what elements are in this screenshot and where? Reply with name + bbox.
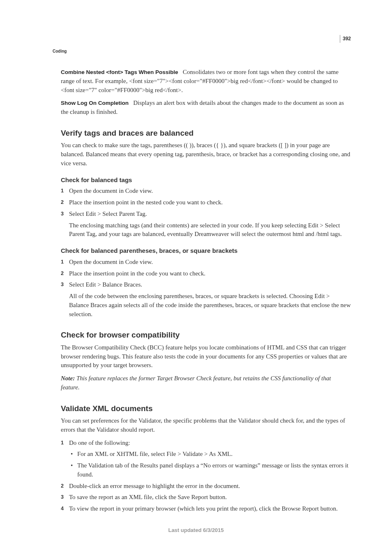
verify-braces-heading: Check for balanced parentheses, braces, … xyxy=(61,246,351,255)
step-number: 1 xyxy=(61,439,64,446)
step-number: 3 xyxy=(61,210,64,217)
verify-body: You can check to make sure the tags, par… xyxy=(61,141,351,168)
list-item: 1Do one of the following: For an XML or … xyxy=(61,439,351,479)
list-item: For an XML or XHTML file, select File > … xyxy=(69,450,351,459)
page: Coding 392 Combine Nested <font> Tags Wh… xyxy=(0,0,392,555)
list-item: 3To save the report as an XML file, clic… xyxy=(61,493,351,502)
combine-title: Combine Nested <font> Tags When Possible xyxy=(61,69,178,75)
compat-heading: Check for browser compatibility xyxy=(61,329,351,341)
step-text: Open the document in Code view. xyxy=(69,259,153,265)
list-item: 2Double-click an error message to highli… xyxy=(61,482,351,491)
note-label: Note: xyxy=(61,375,75,382)
step-number: 1 xyxy=(61,258,64,266)
showlog-paragraph: Show Log On Completion Displays an alert… xyxy=(61,99,351,117)
verify-braces-after: All of the code between the enclosing pa… xyxy=(69,292,351,319)
step-text: To save the report as an XML file, click… xyxy=(69,494,227,500)
step-text: To view the report in your primary brows… xyxy=(69,505,338,512)
verify-heading: Verify tags and braces are balanced xyxy=(61,127,351,139)
showlog-title: Show Log On Completion xyxy=(61,100,129,106)
bullet-text: For an XML or XHTML file, select File > … xyxy=(77,451,233,457)
validate-steps: 1Do one of the following: For an XML or … xyxy=(61,439,351,513)
step-text: Place the insertion point in the nested … xyxy=(69,199,223,206)
step-text: Double-click an error message to highlig… xyxy=(69,483,240,489)
list-item: 1Open the document in Code view. xyxy=(61,258,351,267)
validate-body: You can set preferences for the Validato… xyxy=(61,416,351,435)
list-item: The Validation tab of the Results panel … xyxy=(69,461,351,479)
step-text: Do one of the following: xyxy=(69,439,130,446)
verify-tags-steps: 1Open the document in Code view. 2Place … xyxy=(61,187,351,239)
list-item: 2Place the insertion point in the nested… xyxy=(61,198,351,207)
step-number: 2 xyxy=(61,199,64,206)
compat-body: The Browser Compatibility Check (BCC) fe… xyxy=(61,343,351,370)
step-number: 4 xyxy=(61,505,64,512)
step-number: 2 xyxy=(61,270,64,277)
header-section-label: Coding xyxy=(53,49,67,55)
list-item: 3Select Edit > Balance Braces. All of th… xyxy=(61,280,351,319)
footer-last-updated: Last updated 6/3/2015 xyxy=(0,527,392,534)
page-number: 392 xyxy=(340,35,351,43)
step-number: 3 xyxy=(61,281,64,288)
list-item: 1Open the document in Code view. xyxy=(61,187,351,196)
verify-tags-heading: Check for balanced tags xyxy=(61,176,351,185)
validate-heading: Validate XML documents xyxy=(61,403,351,414)
content: Combine Nested <font> Tags When Possible… xyxy=(61,68,351,513)
step-number: 1 xyxy=(61,187,64,194)
step-text: Place the insertion point in the code yo… xyxy=(69,270,205,277)
list-item: 4To view the report in your primary brow… xyxy=(61,504,351,513)
validate-step1-bullets: For an XML or XHTML file, select File > … xyxy=(69,450,351,479)
compat-note: Note: This feature replaces the former T… xyxy=(61,374,351,392)
list-item: 2Place the insertion point in the code y… xyxy=(61,269,351,278)
step-number: 3 xyxy=(61,493,64,501)
combine-paragraph: Combine Nested <font> Tags When Possible… xyxy=(61,68,351,95)
verify-braces-steps: 1Open the document in Code view. 2Place … xyxy=(61,258,351,319)
bullet-text: The Validation tab of the Results panel … xyxy=(77,462,348,478)
step-text: Select Edit > Select Parent Tag. xyxy=(69,210,147,217)
step-number: 2 xyxy=(61,482,64,490)
list-item: 3Select Edit > Select Parent Tag. The en… xyxy=(61,210,351,239)
step-text: Open the document in Code view. xyxy=(69,187,153,194)
step-text: Select Edit > Balance Braces. xyxy=(69,281,142,288)
verify-tags-after: The enclosing matching tags (and their c… xyxy=(69,221,351,239)
